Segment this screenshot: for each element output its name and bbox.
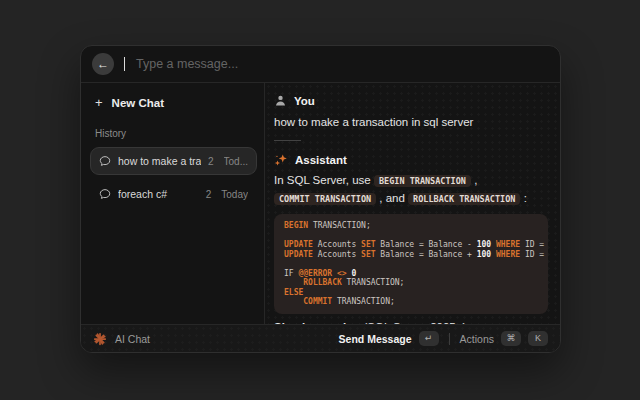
followup-bold: Simpler version xyxy=(274,321,360,325)
history-item-count: 2 xyxy=(208,156,214,167)
sql-code-block: BEGIN TRANSACTION; UPDATE Accounts SET B… xyxy=(274,214,548,314)
starburst-icon xyxy=(93,332,107,346)
footer-bar: AI Chat Send Message ↵ Actions ⌘ K xyxy=(81,324,560,352)
chat-bubble-icon xyxy=(99,188,111,200)
assistant-label: Assistant xyxy=(295,154,347,166)
footer-actions: Send Message ↵ Actions ⌘ K xyxy=(339,331,548,346)
intro-text-segment: : xyxy=(520,192,526,204)
user-icon xyxy=(274,94,287,107)
intro-text-segment: , xyxy=(471,174,477,186)
history-item-date: Tod... xyxy=(224,156,248,167)
send-message-button[interactable]: Send Message xyxy=(339,333,412,345)
command-key-icon[interactable]: ⌘ xyxy=(501,331,521,346)
inline-code-chip: COMMIT TRANSACTION xyxy=(274,193,376,205)
user-message-text: how to make a transaction in sql server xyxy=(274,115,548,129)
assistant-message-header: Assistant xyxy=(274,153,548,166)
app-name: AI Chat xyxy=(115,333,150,345)
history-item-title: how to make a transa... xyxy=(118,155,201,167)
code-line: COMMIT TRANSACTION; xyxy=(284,297,538,307)
chat-bubble-icon xyxy=(99,155,111,167)
history-item-title: foreach c# xyxy=(118,188,199,200)
intro-text-segment: , and xyxy=(376,192,408,204)
code-line: UPDATE Accounts SET Balance = Balance - … xyxy=(284,240,538,250)
sidebar: + New Chat History how to make a transa.… xyxy=(81,83,265,324)
history-heading: History xyxy=(95,128,252,139)
history-item-count: 2 xyxy=(206,189,212,200)
history-item-1[interactable]: foreach c#2Today xyxy=(90,180,257,208)
back-button[interactable]: ← xyxy=(92,53,114,75)
user-message-header: You xyxy=(274,94,548,107)
chat-pane: You how to make a transaction in sql ser… xyxy=(265,83,560,324)
history-list: how to make a transa...2Tod...foreach c#… xyxy=(93,147,254,208)
intro-text-segment: In SQL Server, use xyxy=(274,174,374,186)
assistant-followup-text: Simpler version (SQL Server 2005+): xyxy=(274,321,548,325)
message-divider xyxy=(274,140,301,141)
code-line: ELSE xyxy=(284,288,538,298)
plus-icon: + xyxy=(95,98,103,108)
history-item-date: Today xyxy=(221,189,248,200)
sparkles-icon xyxy=(274,153,288,167)
message-input[interactable]: ← Type a message... xyxy=(81,46,560,83)
code-line: IF @@ERROR <> 0 xyxy=(284,269,538,279)
code-line: ROLLBACK TRANSACTION; xyxy=(284,278,538,288)
followup-rest: (SQL Server 2005+): xyxy=(360,321,469,325)
text-caret xyxy=(124,57,125,71)
code-line xyxy=(284,231,538,241)
ai-chat-window: ← Type a message... + New Chat History h… xyxy=(80,45,561,353)
inline-code-chip: BEGIN TRANSACTION xyxy=(374,175,471,187)
history-item-0[interactable]: how to make a transa...2Tod... xyxy=(90,147,257,175)
return-key-icon[interactable]: ↵ xyxy=(419,331,439,346)
footer-divider xyxy=(449,333,450,345)
actions-button[interactable]: Actions xyxy=(460,333,494,345)
footer-app-info: AI Chat xyxy=(93,332,339,346)
code-line xyxy=(284,259,538,269)
new-chat-button[interactable]: + New Chat xyxy=(93,93,254,113)
back-arrow-icon: ← xyxy=(97,57,109,71)
window-content: + New Chat History how to make a transa.… xyxy=(81,83,560,324)
user-label: You xyxy=(294,95,315,107)
new-chat-label: New Chat xyxy=(112,97,164,109)
message-input-placeholder: Type a message... xyxy=(136,57,238,71)
k-key[interactable]: K xyxy=(528,331,548,346)
inline-code-chip: ROLLBACK TRANSACTION xyxy=(408,193,520,205)
assistant-intro-text: In SQL Server, use BEGIN TRANSACTION , C… xyxy=(274,172,548,208)
code-line: BEGIN TRANSACTION; xyxy=(284,221,538,231)
code-line: UPDATE Accounts SET Balance = Balance + … xyxy=(284,250,538,260)
